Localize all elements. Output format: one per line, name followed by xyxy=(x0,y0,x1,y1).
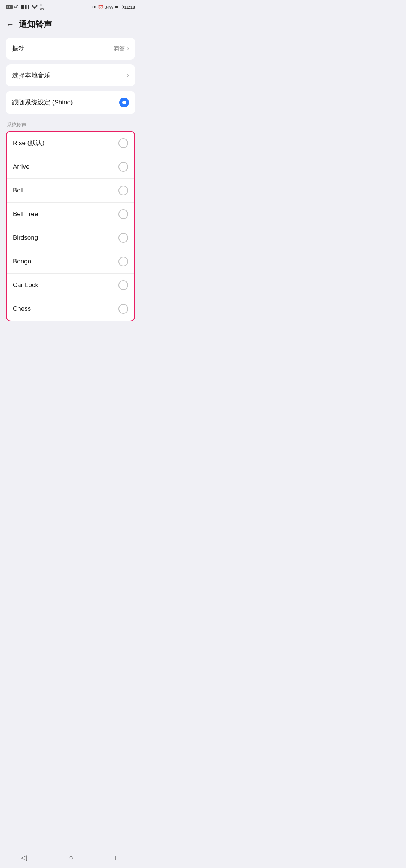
ringtone-name: Bell Tree xyxy=(13,210,38,218)
vibration-label: 振动 xyxy=(12,44,25,53)
follow-system-row[interactable]: 跟随系统设定 (Shine) xyxy=(6,91,135,114)
list-item[interactable]: Birdsong xyxy=(7,226,134,250)
list-item[interactable]: Bell Tree xyxy=(7,203,134,226)
battery-icon xyxy=(115,5,123,9)
radio-button[interactable] xyxy=(118,257,128,266)
battery-percent: 34% xyxy=(105,5,113,9)
local-music-label: 选择本地音乐 xyxy=(12,71,50,80)
local-music-card: 选择本地音乐 › xyxy=(6,64,135,86)
ringtone-name: Arrive xyxy=(13,163,29,171)
follow-system-radio-selected[interactable] xyxy=(119,98,129,107)
vibration-chevron: › xyxy=(127,45,129,52)
speed-indicator: 0 K/s xyxy=(39,3,44,11)
hd-badge: HD xyxy=(6,5,13,9)
signal-bars: ▐▌▌▌ xyxy=(20,5,30,9)
ringtone-name: Car Lock xyxy=(13,281,38,289)
vibration-row[interactable]: 振动 滴答 › xyxy=(6,38,135,60)
page-title: 通知铃声 xyxy=(19,19,52,30)
ringtone-name: Rise (默认) xyxy=(13,139,44,147)
status-left: HD 4G ▐▌▌▌ 0 K/s xyxy=(6,3,44,11)
list-item[interactable]: Arrive xyxy=(7,155,134,179)
ringtone-list-card: Rise (默认)ArriveBellBell TreeBirdsongBong… xyxy=(6,131,135,321)
radio-button[interactable] xyxy=(118,233,128,243)
list-item[interactable]: Bell xyxy=(7,179,134,203)
ringtone-name: Birdsong xyxy=(13,234,38,242)
list-item[interactable]: Car Lock xyxy=(7,274,134,297)
ringtone-name: Chess xyxy=(13,305,31,313)
radio-button[interactable] xyxy=(118,138,128,148)
vibration-card: 振动 滴答 › xyxy=(6,38,135,60)
radio-button[interactable] xyxy=(118,304,128,314)
list-item[interactable]: Rise (默认) xyxy=(7,132,134,155)
network-indicator: 4G xyxy=(14,5,19,9)
radio-button[interactable] xyxy=(118,186,128,195)
ringtone-name: Bongo xyxy=(13,258,31,265)
eye-icon: 👁 xyxy=(92,5,97,9)
vibration-right: 滴答 › xyxy=(114,45,129,52)
vibration-value: 滴答 xyxy=(114,45,125,52)
local-music-chevron: › xyxy=(127,72,129,79)
list-item[interactable]: Chess xyxy=(7,297,134,321)
back-button[interactable]: ← xyxy=(6,20,14,29)
list-item[interactable]: Bongo xyxy=(7,250,134,274)
radio-button[interactable] xyxy=(118,280,128,290)
alarm-icon: ⏰ xyxy=(98,5,103,9)
section-header: 系统铃声 xyxy=(0,119,141,131)
time: 11:18 xyxy=(124,5,135,9)
wifi-icon xyxy=(32,5,38,10)
ringtone-name: Bell xyxy=(13,187,23,194)
status-bar: HD 4G ▐▌▌▌ 0 K/s 👁 ⏰ 34% 11:18 xyxy=(0,0,141,13)
radio-button[interactable] xyxy=(118,162,128,172)
follow-system-label: 跟随系统设定 (Shine) xyxy=(12,98,73,107)
follow-system-card: 跟随系统设定 (Shine) xyxy=(6,91,135,114)
local-music-row[interactable]: 选择本地音乐 › xyxy=(6,64,135,86)
radio-button[interactable] xyxy=(118,209,128,219)
header: ← 通知铃声 xyxy=(0,13,141,38)
status-right: 👁 ⏰ 34% 11:18 xyxy=(92,5,135,9)
